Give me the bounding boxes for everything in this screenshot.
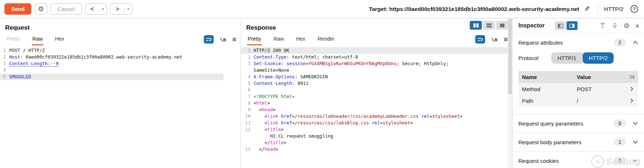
edit-target-icon[interactable]: ✎ [584,5,590,13]
protocol-option-http2[interactable]: HTTP/2 [583,52,614,64]
code-line: 1POST / HTTP/2 [0,47,224,54]
show-linebreaks-icon[interactable]: \n [491,37,498,42]
word-wrap-icon[interactable] [204,35,214,44]
section-request-body-parameters: Request body parameters 1 [512,133,644,152]
help-icon[interactable]: ? [630,5,638,13]
line-number: 6 [241,87,251,93]
tab-raw[interactable]: Raw [273,34,285,45]
section-label: Request body parameters [518,139,582,145]
layout-rows-button[interactable] [483,21,495,30]
code-line: 3Content-Length:··0 [0,60,224,67]
tab-pretty[interactable]: Pretty [6,34,21,45]
code-line: </title> [241,139,507,146]
line-number [241,139,251,146]
layout-single-button[interactable] [496,21,508,30]
protocol-row: Protocol HTTP/1HTTP/2 [512,52,644,70]
column-header-value: Value [573,74,625,80]
single-layout-icon [499,23,505,28]
code-line: 6 [241,87,507,93]
chevron-down-icon[interactable] [633,122,638,125]
chevron-up-icon[interactable] [633,41,638,44]
word-wrap-icon[interactable] [475,35,485,44]
line-number: 9 [241,107,251,113]
target-url-value: https://0aed00cf039321e185db1c3f00a80002… [389,6,579,12]
code-line: 9 <head> [241,107,507,113]
history-forward-button[interactable]: > ▾ [110,3,132,15]
request-panel: Request PrettyRawHex \n ≡ 1POST / HTTP/2… [0,18,241,168]
editor-menu-icon[interactable]: ≡ [232,36,236,44]
code-line: 2Content-Type: text/html; charset=utf-8 [241,54,507,60]
line-number: 7 [241,93,251,100]
section-count-badge: 1 [614,138,626,146]
panel-left-icon [557,23,563,28]
target-label: Target: [369,6,388,12]
section-header-request-body-parameters[interactable]: Request body parameters 1 [512,133,644,151]
chevron-left-icon: < [85,5,99,13]
response-scrollbar[interactable] [508,18,512,168]
table-row[interactable]: MethodPOST [518,83,638,95]
protocol-option-http1[interactable]: HTTP/1 [551,52,583,64]
word-wrap-glyph [477,37,483,42]
tab-raw[interactable]: Raw [32,34,43,45]
inspector-settings-icon[interactable]: ⚙ [624,22,630,30]
caret-down-icon[interactable]: ▾ [99,7,107,11]
line-number: 2 [0,54,6,60]
protocol-segmented-control: HTTP/1HTTP/2 [551,52,614,64]
section-label: Request query parameters [518,120,583,127]
response-editor[interactable]: 1HTTP/2 200 OK2Content-Type: text/html; … [241,45,507,153]
line-number: 3 [241,60,251,67]
code-line: 2Host: 0aed00cf039321e185db1c3f00a80002.… [0,54,224,60]
code-line: SameSite=None [241,67,507,74]
request-editor[interactable]: 1POST / HTTP/22Host: 0aed00cf039321e185d… [0,45,224,80]
tab-render[interactable]: Render [317,34,335,45]
code-line: 1HTTP/2 200 OK [241,47,507,54]
request-panel-title: Request [0,18,241,34]
dock-right-button[interactable] [567,21,578,30]
tab-pretty[interactable]: Pretty [247,34,262,45]
code-line: 4 [0,67,224,74]
code-line: 13 </head> [241,146,507,153]
chevron-right-icon[interactable] [625,98,638,103]
code-line: 4X-Frame-Options: SAMEORIGIN [241,74,507,80]
chevron-right-icon[interactable] [625,86,638,92]
inspector-header: Inspector [512,18,644,33]
collapse-all-icon[interactable] [611,22,618,29]
section-header-request-query-parameters[interactable]: Request query parameters 0 [512,114,644,132]
code-line: 3Set-Cookie: session=YGXXMBSg1oKwrW6SuPK… [241,60,507,67]
editor-menu-icon[interactable]: ≡ [504,36,508,44]
chevron-down-icon[interactable] [633,159,638,163]
attribute-value: / [573,98,625,104]
code-line: 7<!DOCTYPE html> [241,93,507,100]
protocol-indicator[interactable]: HTTP/2 [604,6,624,12]
table-row[interactable]: Path/ [518,95,638,107]
code-line: 8<html> [241,100,507,107]
code-line: 11 <link href=/resources/css/labsBlog.cs… [241,120,507,126]
code-line: 5Content-Length: 8911 [241,80,507,87]
inspector-panel: Inspector [512,18,644,168]
chevron-down-icon[interactable] [633,140,638,144]
line-number: 2 [241,54,251,60]
tab-hex[interactable]: Hex [54,34,65,45]
table-wrap-icon[interactable] [625,75,638,79]
repeater-toolbar: Send ⚙ Cancel < ▾ > ▾ Target: https://0a… [0,0,644,18]
caret-down-icon[interactable]: ▾ [125,7,132,11]
send-settings-button[interactable]: ⚙ [35,3,47,15]
section-request-cookies: Request cookies 0 [512,152,644,168]
line-number: 4 [0,67,6,74]
layout-columns-button[interactable] [470,21,482,30]
line-number: 11 [241,120,251,126]
line-number: 10 [241,113,251,120]
show-linebreaks-icon[interactable]: \n [220,37,226,42]
dock-left-button[interactable] [555,21,566,30]
expand-all-icon[interactable] [599,22,606,29]
section-header-request-attributes[interactable]: Request attributes 2 [512,33,644,52]
cancel-button[interactable]: Cancel [50,3,82,15]
section-header-request-cookies[interactable]: Request cookies 0 [512,152,644,168]
send-button[interactable]: Send [4,3,31,15]
tab-hex[interactable]: Hex [296,34,306,45]
history-back-button[interactable]: < ▾ [85,3,107,15]
response-panel: Response PrettyRawHexRender \n ≡ 1HTTP/2… [241,18,512,168]
inspector-close-icon[interactable]: × [635,22,640,30]
scrollbar-thumb[interactable] [508,19,512,94]
attribute-value: POST [573,86,625,92]
